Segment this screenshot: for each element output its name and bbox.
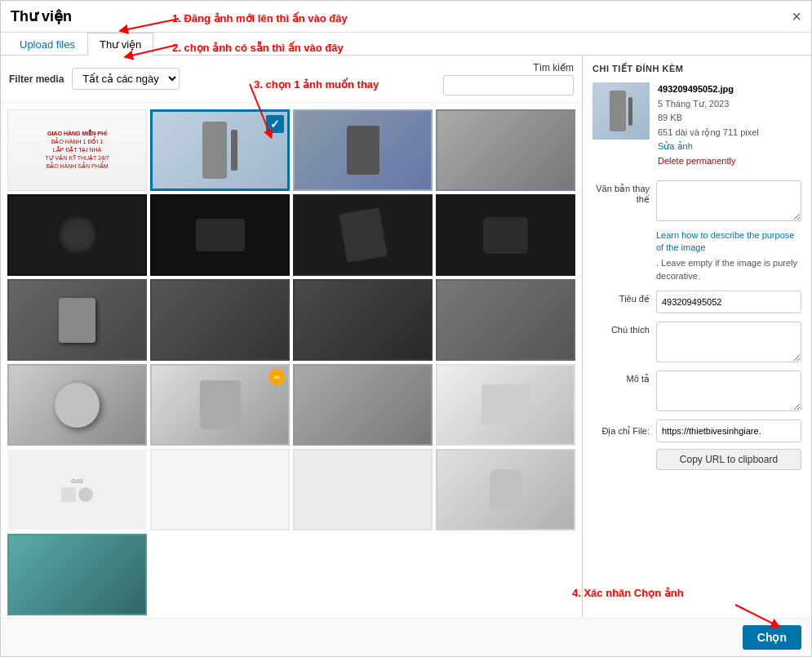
list-item[interactable] [293,279,433,361]
list-item[interactable] [150,449,290,530]
search-input[interactable] [443,75,574,95]
list-item[interactable] [436,364,575,446]
list-item[interactable] [7,279,147,361]
tab-upload-files[interactable]: Upload files [7,33,87,55]
modal-tabs: Upload files Thư viện [1,33,811,55]
list-item[interactable] [436,109,575,191]
search-container: Tìm kiếm [443,62,574,95]
file-date: 5 Tháng Tư, 2023 [658,97,801,112]
list-item[interactable]: ✏ [150,364,290,446]
filter-row: Filter media Tất cả các ngày Tháng này T… [1,55,582,103]
file-meta: 493209495052.jpg 5 Tháng Tư, 2023 89 KB … [658,82,801,169]
list-item[interactable]: GIAO HÀNG MIỄN PHÍ BẢO HÀNH 1 ĐỔI 1 LẮP … [7,109,147,191]
filter-label: Filter media [9,73,64,85]
description-label: Mô tả [592,371,650,384]
list-item[interactable] [293,364,433,446]
alt-text-input[interactable] [656,180,801,221]
learn-link[interactable]: Learn how to describe the purpose of the… [656,229,801,255]
caption-row: Chú thích [592,322,801,362]
list-item[interactable] [293,449,433,530]
list-item[interactable]: ✓ [150,109,290,191]
file-dimensions: 651 dài và rộng 711 pixel [658,126,801,140]
title-input[interactable] [656,291,801,313]
delete-permanently-link[interactable]: Delete permanently [658,154,801,169]
title-label: Tiêu đề [592,291,650,304]
list-item[interactable] [7,364,147,446]
caption-input[interactable] [656,322,801,362]
url-label: Địa chỉ File: [592,426,650,437]
file-url-row: Địa chỉ File: [592,420,801,442]
modal-footer: Chọn [1,618,811,656]
modal-header: Thư viện × [1,1,811,33]
description-row: Mô tả [592,371,801,411]
detail-panel: CHI TIẾT ĐÍNH KÈM 493209495052.jpg 5 Thá… [583,55,811,618]
tab-thu-vien[interactable]: Thư viện [87,33,153,55]
list-item[interactable] [7,534,147,615]
file-size: 89 KB [658,111,801,126]
media-grid: GIAO HÀNG MIỄN PHÍ BẢO HÀNH 1 ĐỔI 1 LẮP … [1,103,582,618]
choose-button[interactable]: Chọn [743,625,801,650]
learn-desc: . Leave empty if the image is purely dec… [656,257,801,282]
list-item[interactable] [150,194,290,276]
media-library-modal: Thư viện × Upload files Thư viện Filter … [0,0,812,657]
modal-body: Filter media Tất cả các ngày Tháng này T… [1,55,811,618]
list-item[interactable] [293,109,433,191]
file-name: 493209495052.jpg [658,82,801,97]
list-item[interactable] [7,194,147,276]
filter-select[interactable]: Tất cả các ngày Tháng này Tháng trước [72,68,180,90]
alt-text-label: Văn bản thay thế [592,180,650,205]
media-panel: Filter media Tất cả các ngày Tháng này T… [1,55,583,618]
edit-image-link[interactable]: Sửa ảnh [658,140,801,154]
list-item[interactable] [436,194,575,276]
file-info: 493209495052.jpg 5 Tháng Tư, 2023 89 KB … [592,82,801,169]
alt-text-row: Văn bản thay thế [592,180,801,221]
list-item[interactable]: G02 [7,449,147,530]
list-item[interactable] [436,449,575,530]
title-row: Tiêu đề [592,291,801,313]
copy-url-button[interactable]: Copy URL to clipboard [656,449,801,470]
url-input[interactable] [656,420,801,442]
modal-title: Thư viện [11,7,72,25]
list-item[interactable] [436,279,575,361]
list-item[interactable] [293,194,433,276]
close-button[interactable]: × [792,8,801,24]
caption-label: Chú thích [592,322,650,335]
selected-check-icon: ✓ [266,115,284,133]
detail-panel-title: CHI TIẾT ĐÍNH KÈM [592,64,801,74]
edit-overlay-icon: ✏ [268,369,285,385]
search-label: Tìm kiếm [533,62,574,73]
list-item[interactable] [150,279,290,361]
description-input[interactable] [656,371,801,411]
file-thumbnail [592,82,650,140]
